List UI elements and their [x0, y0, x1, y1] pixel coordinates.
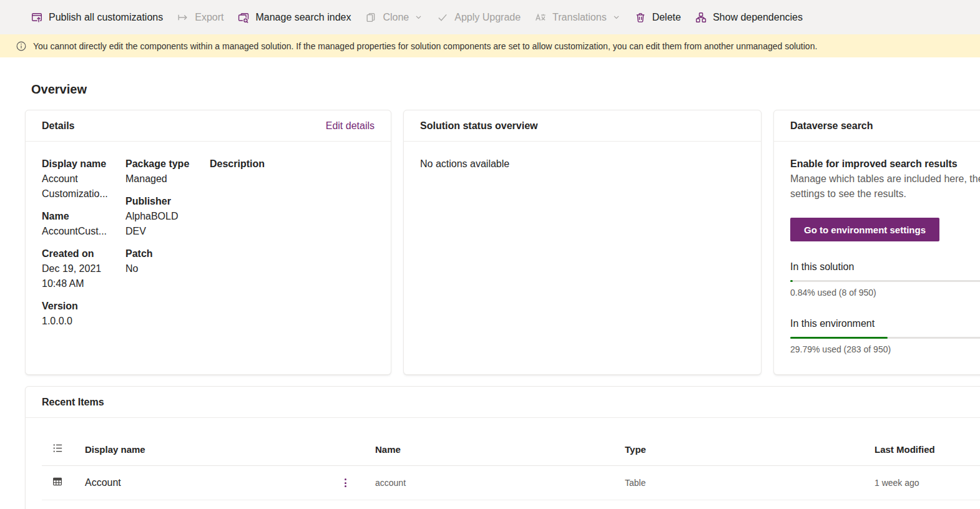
info-banner: You cannot directly edit the components … — [0, 34, 980, 57]
toolbar-show-dependencies[interactable]: Show dependencies — [688, 0, 810, 34]
edit-details-link[interactable]: Edit details — [326, 120, 375, 132]
row-more-options-button[interactable] — [342, 476, 349, 490]
banner-message: You cannot directly edit the components … — [33, 41, 817, 51]
row-display-name[interactable]: Account — [85, 477, 121, 488]
column-header-display-name[interactable]: Display name — [85, 444, 375, 455]
clone-icon — [365, 11, 377, 24]
solution-usage-stats: 0.84% used (8 of 950) — [790, 288, 980, 298]
environment-usage-label: In this environment — [790, 316, 980, 331]
field-label: Patch — [125, 246, 210, 261]
field-display-name: Display name Account Customizatio... — [42, 157, 125, 201]
toolbar-item-label: Publish all customizations — [49, 12, 163, 23]
search-index-icon — [237, 11, 250, 24]
overview-cards: Details Edit details Display name Accoun… — [25, 110, 980, 375]
toolbar-item-label: Export — [195, 12, 223, 23]
dataverse-heading: Enable for improved search results — [790, 157, 980, 172]
cell-display-name: Account — [85, 476, 375, 490]
field-value: AlphaBOLD — [125, 209, 210, 224]
row-icon-cell — [42, 476, 85, 490]
toolbar-publish-all-customizations[interactable]: Publish all customizations — [24, 0, 170, 34]
toolbar-apply-upgrade[interactable]: Apply Upgrade — [429, 0, 527, 34]
publish-icon — [31, 11, 43, 24]
field-value: Managed — [125, 172, 210, 187]
chevron-down-icon — [612, 13, 620, 21]
toolbar-delete[interactable]: Delete — [627, 0, 688, 34]
field-created-on: Created on Dec 19, 2021 10:48 AM — [42, 246, 125, 291]
cell-type: Table — [625, 478, 875, 488]
info-icon — [16, 41, 27, 52]
field-label: Version — [42, 299, 125, 314]
recent-items-table: Display name Name Type Last Modified Acc… — [42, 434, 980, 500]
field-publisher: Publisher AlphaBOLD DEV — [125, 194, 210, 239]
field-package-type: Package type Managed — [125, 157, 210, 187]
environment-usage-progressbar — [790, 337, 980, 339]
environment-usage-stats: 29.79% used (283 of 950) — [790, 344, 980, 354]
table-header-row: Display name Name Type Last Modified — [42, 434, 980, 466]
toolbar-translations[interactable]: Translations — [527, 0, 627, 34]
export-icon — [177, 11, 189, 24]
table-entity-icon — [52, 476, 63, 487]
field-label: Display name — [42, 157, 125, 172]
toolbar-item-label: Apply Upgrade — [454, 12, 521, 23]
checkmark-icon — [436, 11, 449, 24]
toolbar-clone[interactable]: Clone — [358, 0, 429, 34]
details-column-2: Package type Managed Publisher AlphaBOLD… — [125, 157, 210, 336]
details-column-3: Description — [210, 157, 375, 336]
dataverse-card-body: Enable for improved search results Manag… — [774, 142, 980, 354]
dataverse-card-title: Dataverse search — [790, 120, 873, 132]
column-header-type[interactable]: Type — [625, 444, 875, 455]
recent-items-card: Recent Items Display name Name Type Last… — [25, 386, 980, 509]
solution-usage-progress-fill — [790, 280, 793, 282]
field-value: No — [125, 261, 210, 276]
details-card-body: Display name Account Customizatio... Nam… — [26, 142, 391, 336]
more-vertical-icon — [345, 478, 346, 480]
details-card-title: Details — [42, 120, 74, 132]
recent-items-header: Recent Items — [26, 387, 980, 418]
field-label: Description — [210, 157, 375, 172]
field-patch: Patch No — [125, 246, 210, 276]
solution-usage-progressbar — [790, 280, 980, 282]
toolbar-item-label: Clone — [383, 12, 409, 23]
toolbar-export[interactable]: Export — [170, 0, 230, 34]
cell-last-modified: 1 week ago — [875, 478, 980, 488]
field-label: Publisher — [125, 194, 210, 209]
trash-icon — [634, 11, 647, 24]
dataverse-search-card: Dataverse search Enable for improved sea… — [773, 110, 980, 375]
field-value: 10:48 AM — [42, 276, 125, 291]
chevron-down-icon — [414, 13, 423, 21]
field-name: Name AccountCust... — [42, 209, 125, 239]
field-version: Version 1.0.0.0 — [42, 299, 125, 329]
field-label: Name — [42, 209, 125, 224]
field-value: Account — [42, 172, 125, 187]
toolbar-manage-search-index[interactable]: Manage search index — [230, 0, 358, 34]
toolbar-item-label: Delete — [652, 12, 681, 23]
environment-usage-progress-fill — [790, 337, 888, 339]
recent-items-title: Recent Items — [42, 397, 104, 408]
environment-usage: In this environment 29.79% used (283 of … — [790, 316, 980, 354]
translate-icon — [534, 11, 547, 24]
column-header-name[interactable]: Name — [375, 444, 625, 455]
toolbar-item-label: Manage search index — [255, 12, 351, 23]
field-value: Customizatio... — [42, 187, 125, 201]
field-description: Description — [210, 157, 375, 172]
dataverse-description: Manage which tables are included here, t… — [790, 172, 980, 201]
details-card-header: Details Edit details — [26, 110, 391, 142]
solution-usage-label: In this solution — [790, 259, 980, 274]
field-value: Dec 19, 2021 — [42, 261, 125, 276]
dependencies-icon — [695, 11, 707, 24]
solution-status-empty-text: No actions available — [404, 142, 761, 187]
field-label: Created on — [42, 246, 125, 261]
bulleted-list-icon — [52, 442, 64, 454]
command-bar: Publish all customizations Export Manage… — [0, 0, 980, 34]
details-column-1: Display name Account Customizatio... Nam… — [42, 157, 125, 336]
field-value: AccountCust... — [42, 224, 125, 239]
page-title: Overview — [31, 81, 980, 97]
column-header-last-modified[interactable]: Last Modified — [875, 444, 980, 455]
go-to-environment-settings-button[interactable]: Go to environment settings — [790, 218, 939, 241]
solution-status-card-title: Solution status overview — [420, 120, 537, 132]
field-label: Package type — [125, 157, 210, 172]
table-row[interactable]: Account account Table 1 week ago — [42, 466, 980, 500]
dataverse-card-header: Dataverse search — [774, 110, 980, 142]
details-card: Details Edit details Display name Accoun… — [25, 110, 391, 375]
solution-status-card: Solution status overview No actions avai… — [403, 110, 762, 375]
